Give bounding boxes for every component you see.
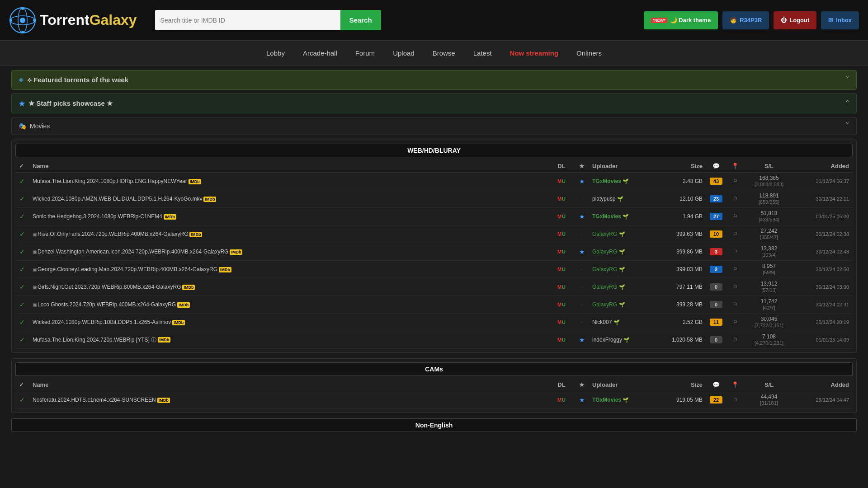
cams-th-check[interactable]: ✓ <box>15 379 29 391</box>
row-fav[interactable]: ★ <box>575 391 589 409</box>
nav-arcade[interactable]: Arcade-hall <box>303 49 337 57</box>
fav-star-icon[interactable]: ★ <box>579 248 585 255</box>
torrent-link[interactable]: Rise.Of.OnlyFans.2024.720p.WEBRip.400MB.… <box>38 231 188 237</box>
row-comments[interactable]: 43 <box>706 173 726 190</box>
uploader-link[interactable]: Nick007 <box>592 319 612 325</box>
torrent-link[interactable]: Wicked.2024.1080p.WEBRip.10Bit.DDP5.1.x2… <box>33 319 171 325</box>
uploader-link[interactable]: GalaxyRG <box>592 266 617 272</box>
row-check[interactable]: ✓ <box>15 190 29 208</box>
row-check[interactable]: ✓ <box>15 296 29 314</box>
row-comments[interactable]: 0 <box>706 331 726 349</box>
row-fav[interactable]: - <box>575 261 589 278</box>
row-comments[interactable]: 2 <box>706 261 726 278</box>
mu-btn[interactable]: MU <box>557 397 566 403</box>
uploader-link[interactable]: GalaxyRG <box>592 231 617 237</box>
nav-onliners[interactable]: Onliners <box>576 49 602 57</box>
featured-section-header[interactable]: ⟡ ⟡ Featured torrents of the week ˅ <box>11 70 857 90</box>
user-button[interactable]: 🧑 R34P3R <box>722 11 769 29</box>
fav-star-icon[interactable]: ★ <box>579 336 585 343</box>
staff-picks-header[interactable]: ★ ★ Staff picks showcase ★ ˄ <box>11 94 857 113</box>
logout-button[interactable]: ⏻ Logout <box>774 11 816 29</box>
nav-latest[interactable]: Latest <box>473 49 492 57</box>
mu-btn[interactable]: MU <box>557 178 566 184</box>
row-check[interactable]: ✓ <box>15 173 29 190</box>
row-check[interactable]: ✓ <box>15 225 29 243</box>
row-check[interactable]: ✓ <box>15 208 29 225</box>
torrent-link[interactable]: Wicked.2024.1080p.AMZN.WEB-DL.DUAL.DDP5.… <box>33 196 202 202</box>
row-dl-count: 13,912[57/13] <box>744 278 794 296</box>
row-fav[interactable]: ★ <box>575 243 589 261</box>
nav-lobby[interactable]: Lobby <box>266 49 285 57</box>
search-button[interactable]: Search <box>340 10 381 30</box>
u-letter: U <box>562 302 566 307</box>
uploader-link[interactable]: TGxMovies <box>592 397 621 403</box>
inbox-button[interactable]: ✉ Inbox <box>821 11 859 29</box>
row-check[interactable]: ✓ <box>15 391 29 409</box>
row-comments[interactable]: 3 <box>706 243 726 261</box>
th-check[interactable]: ✓ <box>15 160 29 173</box>
search-input[interactable] <box>155 10 340 30</box>
mu-btn[interactable]: MU <box>557 337 566 343</box>
row-comments[interactable]: 11 <box>706 314 726 331</box>
torrent-link[interactable]: Mufasa.The.Lion.King.2024.1080p.HDRip.EN… <box>33 178 187 184</box>
row-comments[interactable]: 22 <box>706 391 726 409</box>
torrent-link[interactable]: Denzel.Washington.American.Icon.2024.720… <box>38 249 228 255</box>
mu-btn[interactable]: MU <box>557 214 566 219</box>
uploader-link[interactable]: GalaxyRG <box>592 301 617 308</box>
row-fav[interactable]: ★ <box>575 173 589 190</box>
torrent-link[interactable]: Loco.Ghosts.2024.720p.WEBRip.400MB.x264-… <box>38 301 176 308</box>
row-check[interactable]: ✓ <box>15 314 29 331</box>
m-letter: M <box>557 284 561 290</box>
fav-star-icon[interactable]: ★ <box>579 396 585 404</box>
nav-browse[interactable]: Browse <box>433 49 455 57</box>
uploader-link[interactable]: TGxMovies <box>592 213 621 220</box>
mu-btn[interactable]: MU <box>557 267 566 272</box>
torrent-link[interactable]: Girls.Night.Out.2023.720p.WEBRip.800MB.x… <box>38 284 181 290</box>
dark-theme-button[interactable]: *NEW* 🌙 Dark theme <box>644 11 718 29</box>
row-dl-count: 168,385[3,008/8,583] <box>744 173 794 190</box>
torrent-link[interactable]: Nosferatu.2024.HDTS.c1nem4.x264-SUNSCREE… <box>33 397 156 403</box>
mu-btn[interactable]: MU <box>557 302 566 307</box>
row-fav[interactable]: - <box>575 314 589 331</box>
nav-upload[interactable]: Upload <box>393 49 415 57</box>
fav-star-icon[interactable]: ★ <box>579 178 585 185</box>
uploader-link[interactable]: platypusp <box>592 196 615 202</box>
row-comments[interactable]: 0 <box>706 278 726 296</box>
mu-btn[interactable]: MU <box>557 284 566 290</box>
row-comments[interactable]: 23 <box>706 190 726 208</box>
row-fav[interactable]: - <box>575 296 589 314</box>
row-fav[interactable]: ★ <box>575 208 589 225</box>
row-dl-count: 51,818[439/594] <box>744 208 794 225</box>
mu-btn[interactable]: MU <box>557 249 566 254</box>
row-check[interactable]: ✓ <box>15 331 29 349</box>
cams-th-added: Added <box>794 379 853 391</box>
webhd-category-bar: WEB/HD/BLURAY <box>15 144 853 157</box>
uploader-link[interactable]: GalaxyRG <box>592 249 617 255</box>
torrent-link[interactable]: George.Clooney.Leading.Man.2024.720p.WEB… <box>38 266 217 272</box>
row-comments[interactable]: 0 <box>706 296 726 314</box>
nav-forum[interactable]: Forum <box>355 49 375 57</box>
nav-now-streaming[interactable]: Now streaming <box>510 49 559 57</box>
torrent-link[interactable]: Sonic.the.Hedgehog.3.2024.1080p.WEBRip-C… <box>33 213 162 220</box>
row-fav[interactable]: - <box>575 278 589 296</box>
torrent-link[interactable]: Mufasa.The.Lion.King.2024.720p.WEBRip [Y… <box>33 337 156 343</box>
row-dl-count: 118,891[659/355] <box>744 190 794 208</box>
mu-btn[interactable]: MU <box>557 231 566 237</box>
uploader-link[interactable]: indexFroggy <box>592 337 622 343</box>
uploader-link[interactable]: GalaxyRG <box>592 284 617 290</box>
row-fav[interactable]: - <box>575 190 589 208</box>
movies-section-header[interactable]: 🎭 Movies ˅ <box>11 117 857 135</box>
mu-btn[interactable]: MU <box>557 319 566 325</box>
row-fav[interactable]: - <box>575 225 589 243</box>
m-letter: M <box>557 302 561 307</box>
row-comments[interactable]: 27 <box>706 208 726 225</box>
mu-btn[interactable]: MU <box>557 196 566 202</box>
fav-star-icon[interactable]: ★ <box>579 213 585 220</box>
row-check[interactable]: ✓ <box>15 243 29 261</box>
row-comments[interactable]: 10 <box>706 225 726 243</box>
row-uploader: GalaxyRG 🌱 <box>589 278 656 296</box>
row-check[interactable]: ✓ <box>15 278 29 296</box>
uploader-link[interactable]: TGxMovies <box>592 178 621 184</box>
row-fav[interactable]: ★ <box>575 331 589 349</box>
row-check[interactable]: ✓ <box>15 261 29 278</box>
